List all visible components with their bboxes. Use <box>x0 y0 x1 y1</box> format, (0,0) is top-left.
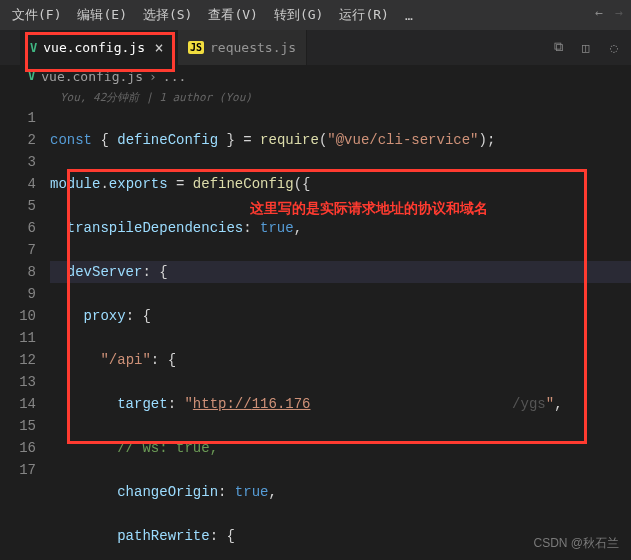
js-icon: JS <box>188 41 204 54</box>
menu-file[interactable]: 文件(F) <box>4 1 69 29</box>
breadcrumb-file: vue.config.js <box>41 69 143 84</box>
forward-icon[interactable]: → <box>615 5 623 20</box>
chevron-right-icon: › <box>149 69 157 84</box>
menu-more[interactable]: … <box>397 8 421 23</box>
breadcrumb-rest: ... <box>163 69 186 84</box>
title-actions: ← → <box>595 5 623 20</box>
menu-goto[interactable]: 转到(G) <box>266 1 331 29</box>
circle-icon[interactable]: ◌ <box>605 38 623 56</box>
tab-requests[interactable]: JS requests.js <box>178 30 307 65</box>
tab-vueconfig[interactable]: V vue.config.js × <box>20 30 178 65</box>
split-icon[interactable]: ◫ <box>577 38 595 56</box>
menu-select[interactable]: 选择(S) <box>135 1 200 29</box>
tab-label: requests.js <box>210 40 296 55</box>
gitlens-blame: You, 42分钟前 | 1 author (You) <box>0 87 631 107</box>
compare-icon[interactable]: ⧉ <box>549 38 567 56</box>
menubar: 文件(F) 编辑(E) 选择(S) 查看(V) 转到(G) 运行(R) … ← … <box>0 0 631 30</box>
watermark: CSDN @秋石兰 <box>533 535 619 552</box>
breadcrumb[interactable]: V vue.config.js › ... <box>0 65 631 87</box>
tab-bar: V vue.config.js × JS requests.js ⧉ ◫ ◌ <box>0 30 631 65</box>
close-icon[interactable]: × <box>151 40 167 56</box>
annotation-text: 这里写的是实际请求地址的协议和域名 <box>250 197 488 219</box>
tab-label: vue.config.js <box>43 40 145 55</box>
code-content[interactable]: const { defineConfig } = require("@vue/c… <box>50 107 631 560</box>
back-icon[interactable]: ← <box>595 5 603 20</box>
menu-view[interactable]: 查看(V) <box>200 1 265 29</box>
line-gutter: 1234567891011121314151617 <box>0 107 50 560</box>
editor-actions: ⧉ ◫ ◌ <box>549 38 623 56</box>
code-editor[interactable]: 1234567891011121314151617 const { define… <box>0 107 631 560</box>
vue-icon: V <box>30 41 37 55</box>
menu-edit[interactable]: 编辑(E) <box>69 1 134 29</box>
vue-icon: V <box>28 69 35 83</box>
menu-run[interactable]: 运行(R) <box>331 1 396 29</box>
